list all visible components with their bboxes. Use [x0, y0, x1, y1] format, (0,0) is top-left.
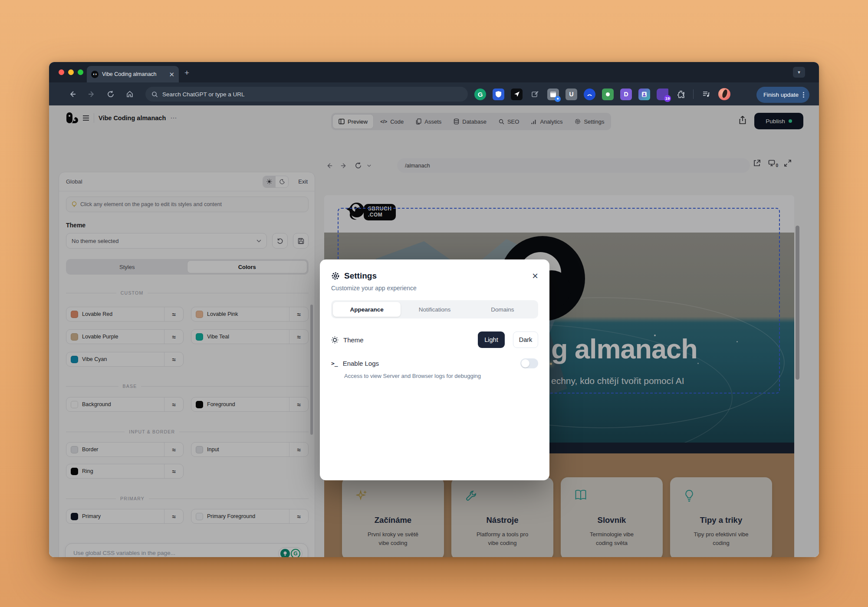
home-icon[interactable]	[125, 89, 135, 99]
settings-modal: Settings × Customize your app experience…	[320, 259, 549, 480]
person-card-extension-icon[interactable]	[638, 89, 650, 100]
back-icon[interactable]	[67, 89, 78, 99]
desktop-background: ◖◗ Vibe Coding almanach ✕ + ▾	[0, 0, 868, 607]
logs-description: Access to view Server and Browser logs f…	[344, 373, 538, 379]
theme-dark-button[interactable]: Dark	[513, 331, 538, 348]
settings-gear-icon	[331, 272, 340, 280]
tab-domains[interactable]: Domains	[469, 302, 536, 317]
browser-tab-bar: ◖◗ Vibe Coding almanach ✕ + ▾	[49, 62, 819, 82]
extensions-puzzle-icon[interactable]	[675, 89, 687, 100]
new-tab-button[interactable]: +	[184, 69, 189, 77]
vpn-extension-icon[interactable]	[584, 89, 595, 100]
browser-tab[interactable]: ◖◗ Vibe Coding almanach ✕	[87, 66, 179, 82]
tab-favicon-icon: ◖◗	[91, 71, 99, 78]
terminal-icon: >_	[331, 360, 338, 367]
star-badge-icon: ★	[555, 96, 561, 102]
u-extension-icon[interactable]: U	[566, 89, 577, 100]
count-badge: 19	[664, 95, 671, 102]
grammarly-extension-icon[interactable]: G	[474, 89, 486, 100]
tab-title: Vibe Coding almanach	[102, 71, 165, 77]
tab-appearance[interactable]: Appearance	[333, 302, 401, 317]
logs-row-label: Enable Logs	[343, 360, 516, 367]
send-arrow-extension-icon[interactable]	[511, 89, 523, 100]
tab-close-icon[interactable]: ✕	[169, 71, 174, 78]
d-extension-icon[interactable]: D	[620, 89, 632, 100]
close-icon[interactable]: ×	[532, 271, 538, 281]
minimize-window-button[interactable]	[68, 69, 74, 75]
modal-subtitle: Customize your app experience	[331, 285, 538, 292]
tab-search-chevron-icon[interactable]: ▾	[793, 67, 805, 78]
window-star-extension-icon[interactable]: ★	[547, 89, 559, 100]
purple-badge-extension-icon[interactable]: 19	[657, 89, 668, 100]
enable-logs-toggle[interactable]	[520, 358, 538, 368]
forward-icon[interactable]	[86, 89, 97, 99]
browser-toolbar: Search ChatGPT or type a URL G ★ U D 19	[49, 82, 819, 105]
profile-avatar[interactable]	[718, 88, 730, 100]
extensions-row: G ★ U D 19	[474, 88, 730, 100]
shield-extension-icon[interactable]	[493, 89, 504, 100]
modal-tabs: Appearance Notifications Domains	[331, 300, 538, 318]
tab-notifications[interactable]: Notifications	[401, 302, 468, 317]
compose-extension-icon[interactable]	[529, 89, 541, 100]
finish-update-menu-icon[interactable]	[803, 92, 804, 98]
green-dot-extension-icon[interactable]	[602, 89, 614, 100]
modal-title: Settings	[344, 271, 528, 281]
traffic-lights[interactable]	[59, 69, 83, 75]
close-window-button[interactable]	[59, 69, 64, 75]
reload-icon[interactable]	[105, 89, 116, 99]
theme-row-label: Theme	[343, 336, 473, 344]
address-bar-text: Search ChatGPT or type a URL	[162, 91, 245, 98]
zoom-window-button[interactable]	[78, 69, 83, 75]
finish-update-button[interactable]: Finish update	[756, 87, 809, 103]
search-icon	[151, 91, 158, 98]
lovable-app: Vibe Coding almanach ⋯ Preview </> Code …	[49, 105, 819, 557]
browser-window: ◖◗ Vibe Coding almanach ✕ + ▾	[49, 62, 819, 557]
sun-icon	[331, 336, 339, 344]
address-bar[interactable]: Search ChatGPT or type a URL	[145, 87, 468, 102]
theme-light-button[interactable]: Light	[478, 331, 505, 348]
playlist-icon[interactable]	[700, 89, 712, 100]
toolbar-divider	[693, 89, 694, 99]
